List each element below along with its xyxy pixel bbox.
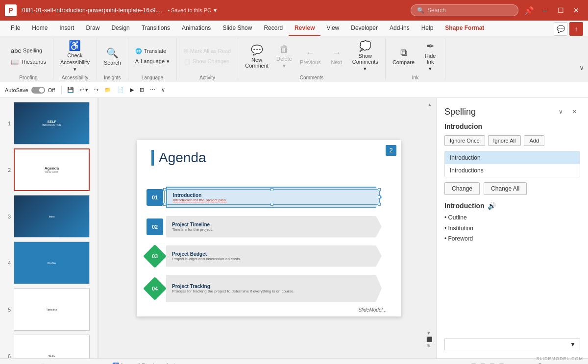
previous-comment-button[interactable]: ← Previous bbox=[297, 46, 324, 67]
ribbon-group-language: 🌐 Translate A Language ▾ Language bbox=[128, 38, 177, 80]
slide-preview-2[interactable]: Agenda 01 02 03 04 bbox=[14, 148, 90, 191]
tab-record[interactable]: Record bbox=[258, 21, 289, 36]
language-button[interactable]: A Language ▾ bbox=[132, 57, 172, 66]
presentation-button[interactable]: ▶ bbox=[128, 86, 136, 94]
minimize-button[interactable]: – bbox=[538, 3, 552, 17]
ignore-once-button[interactable]: Ignore Once bbox=[444, 135, 485, 146]
tab-view[interactable]: View bbox=[320, 21, 345, 36]
slide-preview-5[interactable]: Timeline bbox=[14, 288, 90, 331]
slide-thumb-3[interactable]: 3 Intro bbox=[3, 194, 95, 239]
toolbar-separator-1 bbox=[61, 86, 62, 95]
slide-thumb-4[interactable]: 4 Profile bbox=[3, 241, 95, 285]
scroll-up[interactable]: ▲ bbox=[427, 102, 432, 107]
search-insights-icon: 🔍 bbox=[106, 47, 119, 59]
thesaurus-button[interactable]: 📖 Thesaurus bbox=[8, 57, 49, 67]
slide-preview-4[interactable]: Profile bbox=[14, 242, 90, 284]
tab-home[interactable]: Home bbox=[26, 21, 53, 36]
agenda-item-2: 02 Project Timeline Timeline for the pro… bbox=[147, 216, 382, 238]
suggestion-item-1[interactable]: Introduction bbox=[445, 151, 580, 164]
search-insights-button[interactable]: 🔍 Search bbox=[101, 46, 124, 67]
redo-button[interactable]: ↪ bbox=[92, 86, 100, 94]
tab-developer[interactable]: Developer bbox=[345, 21, 384, 36]
language-label: Language bbox=[141, 58, 165, 64]
collapse-panel-button[interactable]: ∨ bbox=[555, 106, 566, 118]
hide-ink-button[interactable]: ✒ Hide Ink ▾ bbox=[419, 39, 441, 73]
autosave-switch[interactable] bbox=[31, 87, 45, 94]
view-slide-sorter-icon[interactable]: ⊟ bbox=[480, 362, 486, 364]
comment-icon-btn[interactable]: 💬 bbox=[554, 22, 567, 36]
slide-preview-3[interactable]: Intro bbox=[14, 195, 90, 238]
tab-review[interactable]: Review bbox=[289, 21, 320, 36]
suggestion-item-2[interactable]: Introductions bbox=[445, 164, 580, 177]
new-comment-button[interactable]: 💬 New Comment bbox=[242, 43, 271, 70]
changes-label: Show Changes bbox=[193, 58, 229, 64]
grid-button[interactable]: ⊞ bbox=[138, 86, 146, 94]
tab-addins[interactable]: Add-ins bbox=[384, 21, 416, 36]
ignore-all-button[interactable]: Ignore All bbox=[488, 135, 521, 146]
slide-thumb-1[interactable]: 1 SELF INTRODUCTION bbox=[3, 101, 95, 146]
compare-button[interactable]: ⧉ Compare bbox=[390, 46, 417, 67]
expand-toolbar-button[interactable]: ∨ bbox=[159, 86, 167, 94]
translate-button[interactable]: 🌐 Translate bbox=[132, 47, 172, 56]
insights-group-label: Insights bbox=[104, 75, 121, 80]
language-dropdown-icon: ▾ bbox=[167, 58, 170, 65]
pin-button[interactable]: 📌 bbox=[522, 3, 536, 17]
next-comment-button[interactable]: → Next bbox=[326, 46, 347, 67]
scroll-handle[interactable]: ⬛ bbox=[426, 337, 432, 342]
spelling-button[interactable]: abc Spelling bbox=[8, 46, 49, 56]
proofing-items: abc Spelling 📖 Thesaurus bbox=[8, 38, 49, 74]
check-accessibility-button[interactable]: ♿ Check Accessibility ▾ bbox=[57, 38, 93, 74]
agenda-arrow-1[interactable]: Introduction Introducion for the project… bbox=[166, 187, 382, 208]
slide-thumb-6[interactable]: 6 Skills bbox=[3, 334, 95, 358]
slide-thumb-5[interactable]: 5 Timeline bbox=[3, 287, 95, 332]
open-folder-button[interactable]: 📁 bbox=[102, 86, 113, 94]
slide-panel-scrollbar[interactable] bbox=[98, 98, 102, 358]
tab-file[interactable]: File bbox=[5, 21, 26, 36]
scroll-down[interactable]: ▼ bbox=[426, 330, 432, 336]
close-button[interactable]: ✕ bbox=[569, 3, 583, 17]
language-group-label: Language bbox=[142, 75, 164, 80]
panel-dropdown-bar[interactable]: ▼ bbox=[444, 339, 580, 350]
tab-help[interactable]: Help bbox=[416, 21, 440, 36]
tab-design[interactable]: Design bbox=[105, 21, 135, 36]
view-reading-icon[interactable]: ⊠ bbox=[490, 362, 495, 364]
delete-comment-button[interactable]: 🗑 Delete ▾ bbox=[273, 42, 295, 71]
change-all-button[interactable]: Change All bbox=[484, 182, 527, 195]
tab-animations[interactable]: Animations bbox=[176, 21, 217, 36]
view-normal-icon[interactable]: ⊞ bbox=[471, 362, 476, 364]
add-button[interactable]: Add bbox=[524, 135, 544, 146]
close-panel-button[interactable]: ✕ bbox=[568, 106, 580, 118]
slide-preview-1[interactable]: SELF INTRODUCTION bbox=[14, 102, 90, 145]
share-icon-btn[interactable]: ↑ bbox=[569, 22, 583, 36]
slide-preview-6[interactable]: Skills bbox=[14, 335, 90, 358]
tab-insert[interactable]: Insert bbox=[53, 21, 80, 36]
search-box[interactable]: 🔍 bbox=[411, 4, 518, 16]
panel-controls: ∨ ✕ bbox=[555, 106, 580, 118]
scroll-fit[interactable]: ⊕ bbox=[426, 343, 432, 348]
spelling-icon: abc bbox=[11, 47, 21, 54]
tab-shape-format[interactable]: Shape Format bbox=[439, 21, 490, 36]
save-button[interactable]: 💾 bbox=[65, 86, 76, 94]
file-button[interactable]: 📄 bbox=[115, 86, 126, 94]
restore-button[interactable]: ☐ bbox=[554, 3, 567, 17]
slide-thumb-2[interactable]: 2 Agenda 01 02 03 04 bbox=[3, 147, 95, 192]
slide-canvas[interactable]: Agenda 2 ↺ 01 Introduction Introducion f… bbox=[137, 140, 401, 316]
search-input[interactable] bbox=[427, 7, 512, 14]
undo-button[interactable]: ↩▾ bbox=[78, 86, 90, 94]
tab-transitions[interactable]: Transitions bbox=[136, 21, 176, 36]
change-button[interactable]: Change bbox=[444, 182, 480, 195]
canvas-scroll-controls-bottom: ▼ ⬛ ⊕ bbox=[426, 330, 432, 348]
show-comments-button[interactable]: 💭 Show Comments ▾ bbox=[349, 39, 381, 73]
tab-slideshow[interactable]: Slide Show bbox=[217, 21, 258, 36]
mark-read-icon: ✉ bbox=[184, 48, 188, 54]
search-label: Search bbox=[104, 60, 121, 66]
view-presenter-icon[interactable]: ⊡ bbox=[499, 362, 504, 364]
ribbon-expand-button[interactable]: ∨ bbox=[579, 38, 584, 80]
new-comment-label: New Comment bbox=[245, 57, 269, 69]
search-icon: 🔍 bbox=[417, 7, 424, 14]
sound-icon[interactable]: 🔊 bbox=[488, 202, 496, 210]
misspelled-word: Introducion bbox=[444, 122, 580, 130]
tab-draw[interactable]: Draw bbox=[80, 21, 105, 36]
saved-dropdown-icon[interactable]: ▾ bbox=[214, 7, 217, 14]
more-toolbar-button[interactable]: ⋯ bbox=[148, 86, 157, 94]
